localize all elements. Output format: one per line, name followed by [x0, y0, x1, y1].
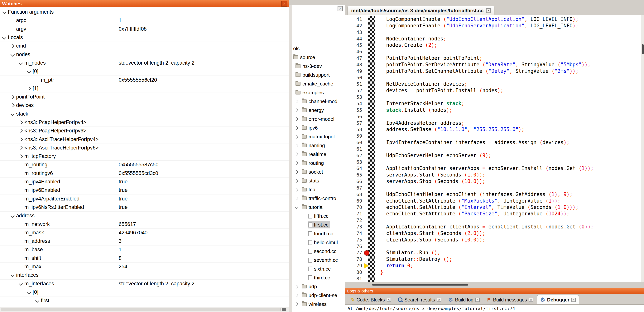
line-number[interactable]: 76 — [345, 243, 364, 250]
collapse-icon[interactable] — [2, 35, 6, 39]
gutter-gap[interactable] — [364, 36, 380, 42]
expand-icon[interactable] — [295, 109, 298, 112]
watch-row[interactable]: Function arguments — [0, 8, 289, 16]
line-number[interactable]: 57 — [345, 120, 364, 127]
gutter-gap[interactable] — [364, 114, 380, 120]
line-number[interactable]: 66 — [345, 178, 364, 185]
tree-item-socket[interactable]: socket — [292, 167, 345, 176]
gutter-gap[interactable] — [364, 204, 380, 211]
tree-item-naming[interactable]: naming — [292, 141, 345, 150]
item-label-wrap[interactable]: fifth.cc — [308, 213, 330, 220]
tree-item-energy[interactable]: energy — [292, 106, 345, 115]
gutter-gap[interactable] — [364, 29, 380, 36]
item-label-wrap[interactable]: naming — [301, 142, 326, 149]
line-number[interactable]: 43 — [345, 29, 364, 36]
gutter-gap[interactable] — [364, 87, 380, 94]
expand-icon[interactable] — [19, 129, 23, 133]
tree-item-udp-client-se[interactable]: udp-client-se — [292, 291, 345, 300]
watch-row[interactable]: m_nodesstd::vector of length 2, capacity… — [0, 59, 289, 67]
close-icon[interactable] — [281, 1, 287, 6]
gutter-gap[interactable] — [364, 159, 380, 165]
tree-item-tutorial[interactable]: tutorial — [292, 203, 345, 212]
line-number[interactable]: 47 — [345, 55, 364, 61]
tree-item-buildsupport[interactable]: buildsupport — [292, 71, 345, 79]
tree-item-channel-mod[interactable]: channel-mod — [292, 97, 345, 106]
watch-row[interactable]: Locals — [0, 33, 289, 42]
collapse-icon[interactable] — [27, 290, 31, 294]
expand-icon[interactable] — [19, 137, 23, 141]
item-label-wrap[interactable]: routing — [301, 160, 326, 167]
line-number[interactable]: 78 — [345, 256, 364, 263]
watch-row[interactable]: m_base1 — [0, 246, 289, 254]
tree-item-fourth.cc[interactable]: fourth.cc — [292, 229, 345, 238]
item-label-wrap[interactable]: cmake_cache — [295, 80, 335, 87]
item-label-wrap[interactable]: source — [292, 54, 316, 61]
line-number[interactable]: 45 — [345, 42, 364, 48]
gutter-gap[interactable] — [364, 68, 380, 75]
watch-row[interactable]: m_network655617 — [0, 220, 289, 228]
watch-row[interactable]: m_mask4294967040 — [0, 229, 289, 237]
expand-icon[interactable] — [295, 144, 298, 147]
gutter-gap[interactable] — [364, 61, 380, 68]
item-label-wrap[interactable]: ols — [292, 45, 301, 52]
line-number[interactable]: 74 — [345, 230, 364, 237]
gutter-gap[interactable] — [364, 256, 380, 263]
watch-row[interactable]: m_routing0x555555587c50 — [0, 160, 289, 169]
item-label-wrap[interactable]: seventh.cc — [308, 257, 339, 264]
line-number[interactable]: 65 — [345, 172, 364, 178]
expand-icon[interactable] — [295, 126, 298, 130]
watch-row[interactable]: <ns3::AsciiTraceHelperForIpv4> — [0, 135, 289, 144]
item-label-wrap[interactable]: examples — [295, 89, 325, 96]
watch-row[interactable]: first — [0, 297, 289, 305]
item-label-wrap[interactable]: fourth.cc — [308, 230, 335, 237]
line-number[interactable]: 62 — [345, 152, 364, 159]
tree-item-tcp[interactable]: tcp — [292, 185, 345, 194]
close-icon[interactable] — [476, 298, 480, 302]
item-label-wrap[interactable]: realtime — [301, 151, 328, 158]
item-label-wrap[interactable]: stats — [301, 177, 321, 184]
line-number[interactable]: 77 — [345, 250, 364, 256]
collapse-icon[interactable] — [10, 273, 14, 277]
tab-code-blocks[interactable]: Code::Blocks — [347, 295, 394, 304]
gutter-gap[interactable] — [364, 133, 380, 139]
item-label-wrap[interactable]: buildsupport — [295, 71, 331, 79]
collapse-icon[interactable] — [27, 69, 31, 73]
gutter-gap[interactable] — [364, 120, 380, 127]
expand-icon[interactable] — [295, 135, 298, 138]
gutter-gap[interactable] — [364, 94, 380, 100]
item-label-wrap[interactable]: traffic-contro — [301, 195, 338, 202]
item-label-wrap[interactable]: ipv6 — [301, 124, 319, 132]
line-number[interactable]: 70 — [345, 204, 364, 211]
line-number[interactable]: 58 — [345, 126, 364, 133]
watches-titlebar[interactable]: Watches — [0, 0, 289, 7]
line-number[interactable]: 72 — [345, 217, 364, 224]
line-number[interactable]: 54 — [345, 100, 364, 107]
item-label-wrap[interactable]: udp-client-se — [301, 292, 339, 299]
editor-vertical-scrollbar[interactable] — [641, 15, 644, 282]
line-number[interactable]: 71 — [345, 211, 364, 217]
gutter-gap[interactable] — [364, 211, 380, 217]
editor-horizontal-scrollbar[interactable] — [345, 282, 641, 288]
line-number[interactable]: 51 — [345, 81, 364, 87]
close-icon[interactable] — [338, 6, 343, 11]
line-number[interactable]: 60 — [345, 139, 364, 146]
tree-item-seventh.cc[interactable]: seventh.cc — [292, 256, 345, 265]
tree-item-error-model[interactable]: error-model — [292, 115, 345, 123]
watch-row[interactable]: address — [0, 212, 289, 220]
watch-row[interactable]: m_address3 — [0, 237, 289, 246]
watch-row[interactable]: m_ipv6Enabledtrue — [0, 186, 289, 194]
collapse-icon[interactable] — [2, 10, 6, 14]
tab-search-results[interactable]: Search results — [395, 295, 444, 304]
watch-row[interactable]: [0] — [0, 288, 289, 297]
close-icon[interactable] — [529, 298, 533, 302]
gutter-gap[interactable] — [364, 81, 380, 87]
breakpoint-icon[interactable] — [364, 250, 370, 256]
tree-item-cmake_cache[interactable]: cmake_cache — [292, 79, 345, 88]
tree-item-routing[interactable]: routing — [292, 159, 345, 167]
expand-icon[interactable] — [295, 294, 298, 297]
line-number[interactable]: 41 — [345, 16, 364, 23]
gutter-gap[interactable] — [364, 48, 380, 55]
item-label-wrap[interactable]: tcp — [301, 186, 317, 193]
item-label-wrap[interactable]: ns-3-dev — [295, 63, 323, 70]
gutter-gap[interactable] — [364, 23, 380, 29]
